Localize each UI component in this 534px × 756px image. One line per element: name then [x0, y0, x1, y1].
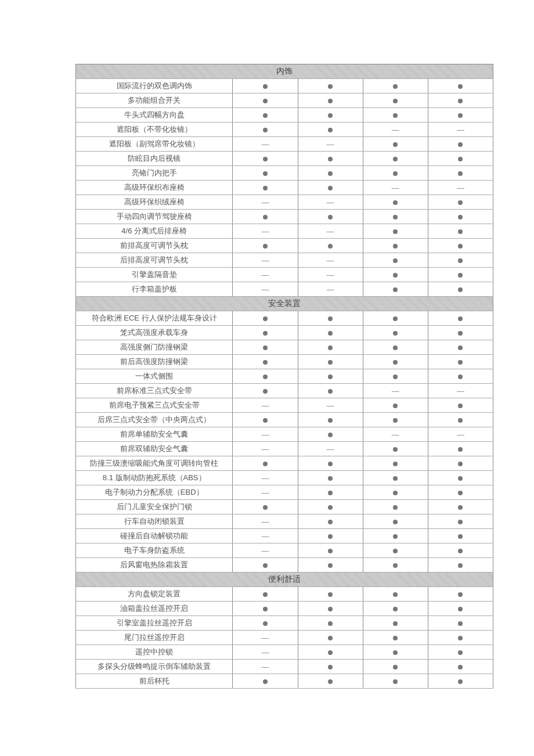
feature-value [428, 369, 493, 384]
filled-dot-icon [328, 128, 333, 132]
table-row: 4/6 分离式后排座椅—— [76, 224, 493, 239]
section-header: 内饰 [76, 64, 493, 79]
feature-label: 国际流行的双色调内饰 [76, 79, 233, 93]
feature-value [233, 587, 298, 602]
feature-value [233, 166, 298, 181]
filled-dot-icon [328, 505, 333, 510]
feature-label: 后席三点式安全带（中央两点式） [76, 413, 233, 427]
feature-label: 碰撞后自动解锁功能 [76, 529, 233, 543]
feature-value [363, 398, 428, 413]
filled-dot-icon [263, 360, 268, 365]
dash-icon: — [457, 125, 464, 134]
filled-dot-icon [458, 607, 463, 611]
feature-value: — [233, 253, 298, 268]
filled-dot-icon [458, 375, 463, 379]
feature-value: — [298, 398, 363, 413]
feature-value [428, 413, 493, 427]
feature-label: 符合欧洲 ECE 行人保护法规车身设计 [76, 311, 233, 326]
table-row: 牛头式四幅方向盘 [76, 108, 493, 123]
feature-value [363, 195, 428, 210]
filled-dot-icon [393, 200, 398, 205]
filled-dot-icon [458, 462, 463, 466]
filled-dot-icon [458, 273, 463, 278]
feature-value [298, 602, 363, 616]
feature-value: — [233, 485, 298, 500]
table-row: 碰撞后自动解锁功能— [76, 529, 493, 543]
section-title: 内饰 [76, 64, 493, 79]
feature-label: 高级环保织绒座椅 [76, 195, 233, 210]
feature-value [428, 485, 493, 500]
filled-dot-icon [263, 157, 268, 161]
dash-icon: — [261, 401, 269, 410]
feature-label: 方向盘锁定装置 [76, 587, 233, 602]
feature-value [298, 558, 363, 573]
feature-label: 前席标准三点式安全带 [76, 384, 233, 398]
feature-value: — [233, 224, 298, 239]
filled-dot-icon [458, 404, 463, 408]
feature-value: — [363, 123, 428, 137]
feature-label: 8.1 版制动防抱死系统（ABS） [76, 471, 233, 485]
filled-dot-icon [328, 462, 333, 466]
feature-label: 亮铬门内把手 [76, 166, 233, 181]
filled-dot-icon [393, 447, 398, 452]
filled-dot-icon [458, 534, 463, 539]
filled-dot-icon [393, 113, 398, 118]
filled-dot-icon [263, 679, 268, 684]
feature-value: — [363, 427, 428, 442]
dash-icon: — [392, 430, 399, 439]
feature-label: 高级环保织布座椅 [76, 181, 233, 195]
filled-dot-icon [263, 99, 268, 103]
feature-value [233, 93, 298, 108]
feature-value: — [233, 529, 298, 543]
filled-dot-icon [458, 331, 463, 336]
filled-dot-icon [458, 476, 463, 481]
filled-dot-icon [458, 621, 463, 626]
filled-dot-icon [328, 345, 333, 350]
feature-value [298, 529, 363, 543]
feature-value [428, 471, 493, 485]
dash-icon: — [261, 271, 269, 279]
feature-value: — [233, 442, 298, 456]
spec-table: 内饰国际流行的双色调内饰多功能组合开关牛头式四幅方向盘遮阳板（不带化妆镜）——遮… [75, 64, 493, 689]
dash-icon: — [261, 198, 269, 207]
filled-dot-icon [393, 99, 398, 103]
feature-value [428, 137, 493, 152]
filled-dot-icon [328, 491, 333, 495]
feature-value [428, 326, 493, 340]
feature-value [363, 152, 428, 166]
feature-value: — [298, 224, 363, 239]
feature-value [233, 239, 298, 253]
feature-value [363, 529, 428, 543]
filled-dot-icon [393, 84, 398, 89]
dash-icon: — [261, 445, 269, 453]
feature-value [428, 398, 493, 413]
filled-dot-icon [328, 99, 333, 103]
dash-icon: — [327, 271, 334, 279]
feature-value [233, 384, 298, 398]
feature-value [298, 645, 363, 660]
filled-dot-icon [393, 287, 398, 292]
feature-value: — [233, 471, 298, 485]
feature-value: — [233, 660, 298, 674]
feature-value: — [428, 123, 493, 137]
feature-value [233, 311, 298, 326]
feature-value [363, 210, 428, 224]
table-row: 引擎室盖拉丝遥控开启 [76, 616, 493, 631]
filled-dot-icon [458, 592, 463, 597]
feature-value [428, 166, 493, 181]
feature-value [428, 631, 493, 645]
feature-value [363, 485, 428, 500]
filled-dot-icon [393, 331, 398, 336]
feature-value [363, 268, 428, 282]
dash-icon: — [327, 285, 334, 294]
feature-label: 多功能组合开关 [76, 93, 233, 108]
feature-value [298, 587, 363, 602]
feature-value [298, 311, 363, 326]
feature-value: — [233, 137, 298, 152]
filled-dot-icon [393, 520, 398, 524]
feature-value [298, 660, 363, 674]
feature-value [428, 674, 493, 689]
dash-icon: — [261, 633, 269, 642]
filled-dot-icon [393, 244, 398, 249]
feature-label: 高强度侧门防撞钢梁 [76, 340, 233, 355]
